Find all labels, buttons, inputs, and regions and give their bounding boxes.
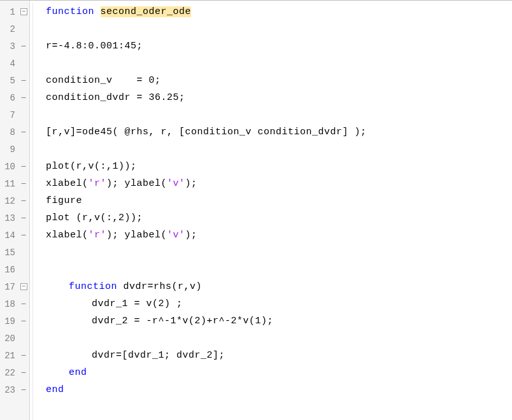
code-editor[interactable]: 1− 2 3− 4 5− 6− 7 8− 9 10− 11− 12− 13− 1…	[0, 1, 512, 420]
keyword: end	[46, 384, 64, 395]
gutter-row: 9	[0, 141, 29, 158]
gutter-row: 16	[0, 261, 29, 278]
gutter-row: 3−	[0, 38, 29, 55]
code-line[interactable]	[46, 261, 512, 278]
gutter-row: 10−	[0, 158, 29, 175]
fold-toggle[interactable]: −	[18, 8, 29, 15]
line-number: 1	[0, 7, 18, 17]
gutter-row: 8−	[0, 123, 29, 141]
line-number: 14	[0, 230, 18, 241]
gutter-row: 19−	[0, 312, 29, 330]
fold-marker: −	[18, 197, 29, 206]
gutter: 1− 2 3− 4 5− 6− 7 8− 9 10− 11− 12− 13− 1…	[0, 1, 30, 420]
fold-marker: −	[18, 76, 29, 85]
code-line[interactable]: end	[46, 381, 512, 398]
fold-marker: −	[18, 351, 29, 360]
code-line[interactable]: condition_dvdr = 36.25;	[46, 89, 512, 106]
line-number: 22	[0, 368, 18, 378]
gutter-row: 6−	[0, 89, 29, 106]
gutter-row: 18−	[0, 295, 29, 312]
fold-marker: −	[18, 317, 29, 326]
code-line[interactable]: plot (r,v(:,2));	[46, 209, 512, 227]
code-line[interactable]: [r,v]=ode45( @rhs, r, [condition_v condi…	[46, 123, 512, 141]
code-line[interactable]: function second_oder_ode	[46, 3, 512, 20]
fold-marker: −	[18, 179, 29, 188]
gutter-row: 17−	[0, 278, 29, 295]
fold-marker: −	[18, 386, 29, 395]
line-number: 9	[0, 144, 18, 155]
gutter-row: 15	[0, 244, 29, 261]
line-number: 10	[0, 162, 18, 172]
string-literal: 'r'	[89, 178, 107, 189]
gutter-row: 4	[0, 55, 29, 72]
line-number: 12	[0, 196, 18, 206]
line-number: 16	[0, 265, 18, 275]
code-line[interactable]	[46, 106, 512, 123]
code-line[interactable]: function dvdr=rhs(r,v)	[46, 278, 512, 295]
gutter-row: 22−	[0, 364, 29, 381]
fold-marker: −	[18, 128, 29, 137]
line-number: 11	[0, 179, 18, 189]
gutter-row: 2	[0, 20, 29, 38]
code-area[interactable]: function second_oder_ode r=-4.8:0.001:45…	[30, 1, 512, 420]
code-line[interactable]	[46, 141, 512, 158]
code-line[interactable]: dvdr_1 = v(2) ;	[46, 295, 512, 312]
line-number: 3	[0, 41, 18, 52]
line-number: 2	[0, 24, 18, 34]
line-number: 6	[0, 93, 18, 103]
line-number: 7	[0, 110, 18, 120]
string-literal: 'r'	[89, 230, 107, 241]
line-number: 21	[0, 351, 18, 361]
gutter-row: 5−	[0, 72, 29, 89]
gutter-row: 21−	[0, 347, 29, 364]
line-number: 8	[0, 127, 18, 137]
code-line[interactable]	[46, 55, 512, 72]
gutter-row: 1−	[0, 3, 29, 20]
gutter-row: 14−	[0, 227, 29, 244]
line-number: 19	[0, 316, 18, 326]
keyword: function	[69, 281, 117, 292]
code-line[interactable]: xlabel('r'); ylabel('v');	[46, 227, 512, 244]
gutter-row: 23−	[0, 381, 29, 398]
keyword: function	[46, 6, 94, 17]
fold-marker: −	[18, 162, 29, 171]
line-number: 15	[0, 248, 18, 258]
string-literal: 'v'	[167, 230, 185, 241]
code-line[interactable]: condition_v = 0;	[46, 72, 512, 89]
fold-toggle[interactable]: −	[18, 283, 29, 290]
fold-marker: −	[18, 368, 29, 377]
gutter-row: 20	[0, 330, 29, 347]
gutter-row: 11−	[0, 175, 29, 192]
line-number: 20	[0, 333, 18, 344]
code-line[interactable]: dvdr=[dvdr_1; dvdr_2];	[46, 347, 512, 364]
code-line[interactable]	[46, 244, 512, 261]
fold-marker: −	[18, 300, 29, 309]
code-line[interactable]: xlabel('r'); ylabel('v');	[46, 175, 512, 192]
fold-marker: −	[18, 214, 29, 223]
fold-marker: −	[18, 42, 29, 51]
keyword: end	[69, 367, 87, 378]
line-number: 13	[0, 213, 18, 223]
gutter-row: 12−	[0, 192, 29, 209]
line-number: 23	[0, 385, 18, 395]
gutter-row: 13−	[0, 209, 29, 227]
code-line[interactable]	[46, 20, 512, 38]
line-number: 5	[0, 76, 18, 86]
code-line[interactable]: end	[46, 364, 512, 381]
fold-marker: −	[18, 94, 29, 102]
code-line[interactable]: figure	[46, 192, 512, 209]
gutter-row: 7	[0, 106, 29, 123]
code-line[interactable]: dvdr_2 = -r^-1*v(2)+r^-2*v(1);	[46, 312, 512, 330]
function-name-highlight: second_oder_ode	[101, 6, 192, 17]
line-number: 17	[0, 282, 18, 292]
code-line[interactable]: r=-4.8:0.001:45;	[46, 38, 512, 55]
string-literal: 'v'	[167, 178, 185, 189]
code-line[interactable]: plot(r,v(:,1));	[46, 158, 512, 175]
line-number: 4	[0, 59, 18, 69]
fold-marker: −	[18, 231, 29, 240]
code-line[interactable]	[46, 330, 512, 347]
line-number: 18	[0, 299, 18, 309]
